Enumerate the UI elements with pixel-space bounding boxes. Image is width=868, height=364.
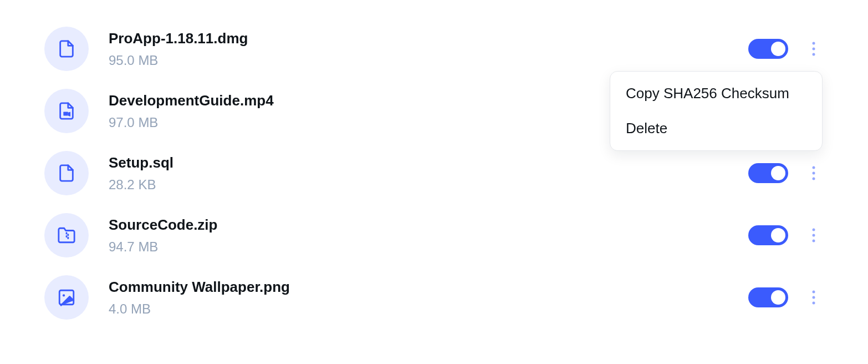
svg-rect-3 [63,112,68,115]
file-meta: Community Wallpaper.png 4.0 MB [109,279,748,317]
copy-sha256-menu-item[interactable]: Copy SHA256 Checksum [610,76,822,111]
file-meta: SourceCode.zip 94.7 MB [109,216,748,255]
more-vertical-icon [812,228,815,242]
more-vertical-icon [812,166,815,180]
file-enabled-toggle[interactable] [748,39,788,59]
more-vertical-icon [812,42,815,56]
file-more-button[interactable] [804,163,824,183]
file-size: 4.0 MB [109,301,748,317]
file-more-button[interactable] [804,287,824,307]
svg-point-1 [813,48,815,50]
file-type-icon-wrap [44,213,89,257]
svg-point-12 [813,229,815,231]
svg-point-14 [813,240,815,242]
file-actions [748,287,824,307]
svg-point-2 [813,53,815,56]
file-actions [748,163,824,183]
file-type-icon-wrap [44,27,89,71]
file-more-button[interactable] [804,225,824,245]
file-name: Community Wallpaper.png [109,279,748,296]
file-meta: Setup.sql 28.2 KB [109,154,748,193]
file-size: 94.7 MB [109,239,748,255]
file-name: SourceCode.zip [109,216,748,234]
file-icon [57,39,76,58]
file-icon [57,164,76,183]
file-type-icon-wrap [44,89,89,133]
file-enabled-toggle[interactable] [748,163,788,183]
file-size: 28.2 KB [109,177,748,193]
delete-menu-item[interactable]: Delete [610,111,822,146]
svg-point-7 [813,178,815,180]
file-type-icon-wrap [44,275,89,320]
file-context-menu: Copy SHA256 Checksum Delete [610,71,823,151]
video-file-icon [57,102,76,120]
more-vertical-icon [812,290,815,305]
image-icon [57,288,76,307]
file-actions [748,225,824,245]
svg-point-6 [813,172,815,175]
svg-point-18 [813,296,815,299]
svg-point-19 [813,302,815,305]
file-row: ProApp-1.18.11.dmg 95.0 MB [44,27,824,71]
file-row: Setup.sql 28.2 KB [44,151,824,195]
file-actions [748,39,824,59]
file-enabled-toggle[interactable] [748,225,788,245]
file-name: ProApp-1.18.11.dmg [109,30,748,47]
svg-marker-4 [68,112,70,117]
file-meta: ProApp-1.18.11.dmg 95.0 MB [109,30,748,68]
file-name: Setup.sql [109,154,748,171]
file-row: SourceCode.zip 94.7 MB [44,213,824,257]
file-type-icon-wrap [44,151,89,195]
svg-point-16 [63,294,65,296]
archive-folder-icon [57,226,76,245]
svg-point-17 [813,291,815,294]
svg-point-5 [813,166,815,169]
file-size: 95.0 MB [109,53,748,68]
file-row: Community Wallpaper.png 4.0 MB [44,275,824,320]
file-more-button[interactable] [804,39,824,59]
file-enabled-toggle[interactable] [748,287,788,307]
svg-point-13 [813,234,815,237]
svg-point-0 [813,42,815,45]
